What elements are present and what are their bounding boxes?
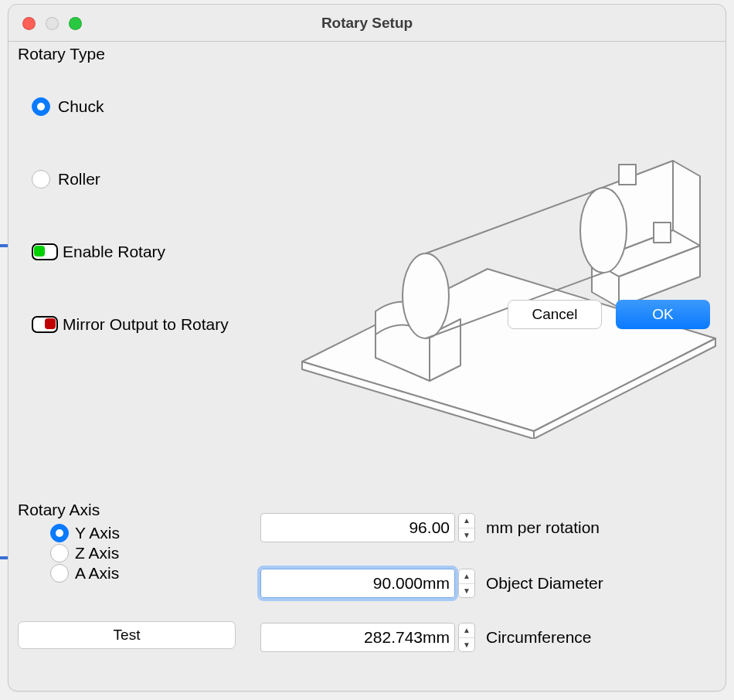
cancel-button-label: Cancel	[532, 306, 577, 323]
svg-point-10	[403, 253, 449, 338]
window-minimize-button	[46, 17, 59, 30]
svg-rect-13	[654, 223, 671, 243]
rotary-axis-y[interactable]: Y Axis	[50, 524, 242, 542]
window-title: Rotary Setup	[8, 15, 726, 32]
svg-point-11	[580, 188, 627, 273]
rotary-axis-a[interactable]: A Axis	[50, 564, 242, 583]
radio-icon	[50, 564, 69, 583]
circumference-input[interactable]: 282.743mm	[260, 623, 455, 652]
mm-per-rotation-stepper[interactable]: ▲ ▼	[458, 513, 475, 542]
object-diameter-stepper[interactable]: ▲ ▼	[458, 569, 475, 598]
rotary-setup-dialog: Rotary Setup Rotary Type Chuck Roller En…	[8, 4, 726, 692]
mm-per-rotation-label: mm per rotation	[486, 518, 600, 537]
chevron-down-icon: ▼	[459, 584, 474, 598]
radio-icon	[50, 524, 69, 542]
cancel-button[interactable]: Cancel	[508, 300, 602, 329]
rotary-illustration	[287, 130, 719, 439]
chevron-down-icon: ▼	[459, 528, 474, 542]
radio-icon	[32, 97, 50, 116]
chevron-up-icon: ▲	[459, 569, 474, 584]
svg-rect-12	[619, 165, 636, 185]
test-button-label: Test	[114, 627, 141, 643]
window-close-button[interactable]	[22, 17, 36, 30]
chevron-down-icon: ▼	[459, 638, 474, 652]
rotary-type-roller-label: Roller	[58, 170, 100, 189]
circumference-stepper[interactable]: ▲ ▼	[458, 623, 475, 652]
rotary-axis-a-label: A Axis	[75, 564, 119, 583]
test-button[interactable]: Test	[18, 621, 236, 649]
radio-icon	[32, 170, 50, 189]
rotary-axis-y-label: Y Axis	[75, 524, 120, 542]
titlebar: Rotary Setup	[8, 5, 726, 42]
toggle-on-icon	[32, 243, 58, 260]
rotary-axis-z[interactable]: Z Axis	[50, 544, 242, 562]
rotary-axis-label: Rotary Axis	[18, 501, 242, 519]
chevron-up-icon: ▲	[459, 624, 474, 638]
radio-icon	[50, 544, 69, 562]
ok-button-label: OK	[652, 306, 673, 323]
rotary-type-chuck[interactable]: Chuck	[32, 97, 716, 116]
object-diameter-label: Object Diameter	[486, 574, 603, 593]
object-diameter-input[interactable]: 90.000mm	[260, 569, 455, 598]
ok-button[interactable]: OK	[616, 300, 710, 329]
circumference-label: Circumference	[486, 628, 592, 647]
rotary-type-chuck-label: Chuck	[58, 97, 104, 116]
chevron-up-icon: ▲	[459, 514, 474, 528]
window-zoom-button[interactable]	[69, 17, 82, 30]
enable-rotary-label: Enable Rotary	[63, 243, 165, 261]
toggle-off-icon	[32, 316, 58, 333]
rotary-axis-z-label: Z Axis	[75, 544, 119, 562]
mirror-output-label: Mirror Output to Rotary	[63, 315, 229, 334]
mm-per-rotation-input[interactable]: 96.00	[260, 513, 455, 542]
rotary-type-label: Rotary Type	[18, 45, 716, 63]
